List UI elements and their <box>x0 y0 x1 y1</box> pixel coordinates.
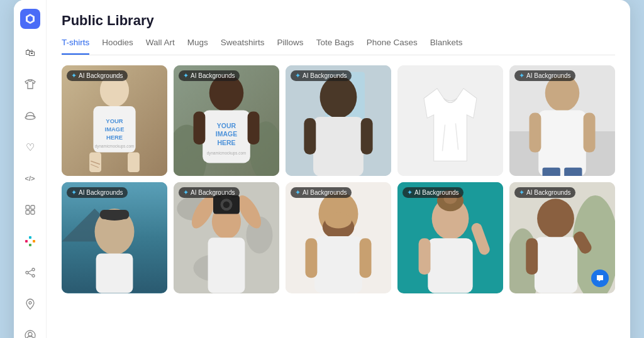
grid-item-r2c3[interactable]: ✦ AI Backgrounds <box>286 182 391 293</box>
tshirt-icon[interactable] <box>20 74 40 94</box>
svg-point-11 <box>32 275 35 277</box>
tab-tshirts[interactable]: T-shirts <box>62 38 89 55</box>
svg-point-10 <box>26 271 28 274</box>
svg-rect-81 <box>360 239 372 278</box>
svg-text:IMAGE: IMAGE <box>105 126 125 133</box>
svg-point-73 <box>223 202 230 209</box>
grid-item-r2c5[interactable]: ✦ AI Backgrounds <box>509 182 615 293</box>
svg-point-42 <box>320 76 357 118</box>
svg-rect-25 <box>128 153 140 173</box>
svg-rect-52 <box>538 110 586 176</box>
sidebar: 🛍 ♡ </> <box>14 0 47 338</box>
svg-rect-79 <box>314 236 362 293</box>
grid-item-r1c5[interactable]: ✦ AI Backgrounds <box>509 65 615 176</box>
svg-rect-88 <box>419 239 431 275</box>
grid-item-r1c4[interactable] <box>397 65 503 176</box>
svg-point-9 <box>32 268 35 271</box>
svg-line-13 <box>28 273 32 275</box>
svg-text:HERE: HERE <box>217 139 235 146</box>
badge-r2c5: ✦ AI Backgrounds <box>514 187 575 198</box>
svg-rect-8 <box>33 240 35 243</box>
grid-item-r2c4[interactable]: ✦ AI Backgrounds <box>397 182 503 293</box>
badge-r2c1: ✦ AI Backgrounds <box>67 187 128 198</box>
svg-rect-94 <box>526 239 538 275</box>
store-icon[interactable]: 🛍 <box>20 43 40 63</box>
app-window: 🛍 ♡ </> <box>14 0 630 338</box>
svg-rect-80 <box>306 239 318 278</box>
svg-rect-7 <box>29 244 31 246</box>
tab-sweatshirts[interactable]: Sweatshirts <box>221 38 265 55</box>
svg-text:YOUR: YOUR <box>106 117 123 124</box>
hat-icon[interactable] <box>20 106 40 126</box>
image-grid: YOUR IMAGE HERE dynamicmockups.com ✦ AI … <box>62 65 615 293</box>
svg-rect-6 <box>29 236 31 239</box>
page-title: Public Library <box>62 13 615 29</box>
tab-wall-art[interactable]: Wall Art <box>146 38 175 55</box>
tab-pillows[interactable]: Pillows <box>277 38 304 55</box>
svg-text:HERE: HERE <box>106 134 123 141</box>
profile-icon[interactable] <box>20 325 40 338</box>
badge-r1c5: ✦ AI Backgrounds <box>514 70 575 81</box>
svg-rect-5 <box>25 240 28 243</box>
grid-icon[interactable] <box>20 200 40 220</box>
svg-point-92 <box>537 199 574 239</box>
share-icon[interactable] <box>20 263 40 283</box>
svg-point-78 <box>325 213 352 229</box>
svg-rect-4 <box>31 210 35 214</box>
svg-rect-3 <box>26 210 30 214</box>
badge-r1c2: ✦ AI Backgrounds <box>179 70 240 81</box>
main-content: Public Library T-shirts Hoodies Wall Art… <box>47 0 630 338</box>
heart-icon[interactable]: ♡ <box>20 137 40 157</box>
svg-rect-86 <box>428 239 472 293</box>
svg-rect-37 <box>194 111 206 144</box>
tab-tote-bags[interactable]: Tote Bags <box>316 38 354 55</box>
badge-r1c1: ✦ AI Backgrounds <box>67 70 128 81</box>
tab-blankets[interactable]: Blankets <box>430 38 463 55</box>
svg-rect-38 <box>248 111 260 144</box>
logo-icon[interactable] <box>20 9 40 29</box>
svg-rect-93 <box>535 237 577 293</box>
svg-text:dynamicmockups.com: dynamicmockups.com <box>95 144 134 149</box>
svg-point-15 <box>25 330 35 338</box>
badge-r1c3: ✦ AI Backgrounds <box>291 70 352 81</box>
svg-rect-56 <box>564 168 582 177</box>
badge-r2c4: ✦ AI Backgrounds <box>402 187 464 198</box>
svg-rect-43 <box>313 117 364 176</box>
chat-bubble[interactable] <box>591 270 609 287</box>
svg-line-12 <box>28 270 32 272</box>
tabs-bar: T-shirts Hoodies Wall Art Mugs Sweatshir… <box>62 38 615 55</box>
svg-rect-62 <box>96 254 133 293</box>
location-icon[interactable] <box>20 294 40 314</box>
grid-item-r1c3[interactable]: ✦ AI Backgrounds <box>286 65 391 176</box>
badge-r2c2: ✦ AI Backgrounds <box>179 187 240 198</box>
svg-point-16 <box>28 332 32 336</box>
svg-point-14 <box>29 302 31 304</box>
svg-text:dynamicmockups.com: dynamicmockups.com <box>207 151 246 156</box>
svg-rect-55 <box>543 168 560 177</box>
code-icon[interactable]: </> <box>20 168 40 188</box>
tab-phone-cases[interactable]: Phone Cases <box>367 38 418 55</box>
svg-rect-61 <box>100 210 129 219</box>
grid-item-r1c1[interactable]: YOUR IMAGE HERE dynamicmockups.com ✦ AI … <box>62 65 167 176</box>
svg-text:YOUR: YOUR <box>217 122 236 129</box>
svg-rect-53 <box>530 113 541 153</box>
svg-text:IMAGE: IMAGE <box>216 130 237 138</box>
grid-item-r2c2[interactable]: ✦ AI Backgrounds <box>174 182 279 293</box>
slack-icon[interactable] <box>20 231 40 251</box>
svg-rect-54 <box>584 113 596 153</box>
grid-item-r1c2[interactable]: YOUR IMAGE HERE dynamicmockups.com ✦ AI … <box>174 65 279 176</box>
svg-rect-1 <box>26 205 30 209</box>
svg-rect-45 <box>361 118 373 155</box>
tab-hoodies[interactable]: Hoodies <box>102 38 133 55</box>
badge-r2c3: ✦ AI Backgrounds <box>291 187 352 198</box>
tab-mugs[interactable]: Mugs <box>187 38 208 55</box>
svg-rect-74 <box>208 238 245 293</box>
svg-rect-44 <box>304 118 316 155</box>
svg-rect-2 <box>31 205 35 209</box>
grid-item-r2c1[interactable]: ✦ AI Backgrounds <box>62 182 167 293</box>
